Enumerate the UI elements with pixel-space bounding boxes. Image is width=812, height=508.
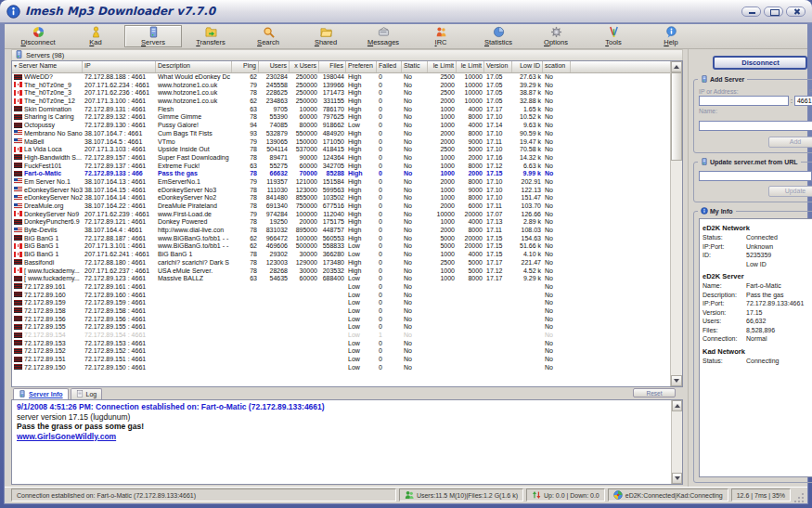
- table-row[interactable]: Bassifondi72.172.88.180 : 4661carichi? s…: [12, 259, 670, 267]
- table-row[interactable]: Em Server No.138.107.164.13 : 4661EmServ…: [12, 178, 670, 187]
- table-row[interactable]: La Vida Loca207.171.3.103 : 4661Upside I…: [12, 146, 670, 154]
- table-row[interactable]: DonkeyPuncher6.972.172.89.121 : 4661Donk…: [12, 218, 670, 227]
- table-row[interactable]: Byte-Devils38.107.164.4 : 4661http://www…: [12, 227, 670, 235]
- table-row[interactable]: The_h0Tz0ne_9207.171.62.234 : 4661www.ho…: [12, 82, 670, 90]
- table-row[interactable]: 72.172.89.15972.172.89.159 : 4661Low0NoN…: [12, 299, 670, 307]
- column-header-3[interactable]: Ping: [232, 61, 259, 72]
- scroll-down-icon[interactable]: [671, 375, 682, 386]
- toolbar-button-servers[interactable]: Servers: [124, 25, 182, 47]
- info-value: Connected: [746, 233, 812, 242]
- table-row[interactable]: FuckFest10172.172.89.137 : 4661Extreme F…: [12, 163, 670, 171]
- table-row[interactable]: Skin Domination72.172.89.131 : 4661Flesh…: [12, 106, 670, 114]
- table-row[interactable]: 72.172.89.15172.172.89.151 : 4661Low0NoN…: [12, 356, 670, 364]
- table-row[interactable]: Octopussy72.172.89.130 : 4661Pussy Galor…: [12, 122, 670, 130]
- table-row[interactable]: Membrano No Sano38.107.164.7 : 4661Cum B…: [12, 130, 670, 138]
- server-name-input[interactable]: [699, 121, 812, 131]
- table-row[interactable]: The_h0Tz0ne_12207.171.3.100 : 4661www.ho…: [12, 98, 670, 106]
- disconnect-button[interactable]: Disconnect: [713, 56, 807, 70]
- table-row[interactable]: 72.172.89.15872.172.89.158 : 4661Low0NoN…: [12, 307, 670, 316]
- log-scroll-up-icon[interactable]: [672, 400, 682, 411]
- toolbar-button-messages[interactable]: Messages: [354, 25, 412, 47]
- table-row[interactable]: MaBell38.107.164.5 : 4661VTmo79139065150…: [12, 138, 670, 147]
- table-row[interactable]: BiG BanG 1207.171.3.101 : 4661www.BiGBan…: [12, 242, 670, 251]
- log-scroll-down-icon[interactable]: [672, 473, 682, 484]
- column-header-12[interactable]: Version: [484, 61, 512, 72]
- table-row[interactable]: 72.172.89.16172.172.89.161 : 4661Low0NoN…: [12, 283, 670, 292]
- toolbar-button-transfers[interactable]: Transfers: [182, 25, 239, 47]
- column-header-0[interactable]: ▾Server Name: [12, 61, 83, 72]
- table-row[interactable]: eDonkeyServer No238.107.164.14 : 4661eDo…: [12, 194, 670, 202]
- table-row[interactable]: eDonkeyServer No338.107.164.15 : 4661eDo…: [12, 187, 670, 195]
- scroll-up-icon[interactable]: [671, 61, 682, 72]
- table-row[interactable]: 72.172.89.15572.172.89.155 : 4661Low0NoN…: [12, 323, 670, 332]
- update-button[interactable]: Update: [768, 186, 812, 197]
- column-header-2[interactable]: Description: [156, 61, 232, 72]
- table-row[interactable]: WWeDD?72.172.88.188 : 4661What Would eDo…: [12, 73, 670, 82]
- column-header-4[interactable]: Users: [259, 61, 290, 72]
- update-url-input[interactable]: [699, 171, 811, 181]
- maximize-button[interactable]: [764, 7, 783, 17]
- close-button[interactable]: [786, 7, 806, 17]
- toolbar-button-irc[interactable]: IRC: [412, 25, 470, 47]
- table-row[interactable]: [ www.fuckademy...207.171.62.237 : 4661U…: [12, 267, 670, 276]
- column-header-11[interactable]: le Limit: [457, 61, 484, 72]
- cell: 1: [377, 332, 402, 340]
- scrollbar-track[interactable]: [671, 161, 682, 375]
- cell: [428, 283, 457, 292]
- country-flag-icon: [14, 340, 22, 345]
- table-row[interactable]: DonkeyServer No9207.171.62.239 : 4661www…: [12, 211, 670, 219]
- toolbar-button-options[interactable]: Options: [527, 25, 585, 47]
- table-row[interactable]: 72.172.89.15472.172.89.154 : 4661Low1NoN…: [12, 332, 670, 340]
- scrollbar-thumb[interactable]: [671, 72, 682, 161]
- table-row[interactable]: Sharing is Caring72.172.89.132 : 4661Gim…: [12, 113, 670, 122]
- table-row[interactable]: 72.172.89.15672.172.89.156 : 4661Low0NoN…: [12, 316, 670, 324]
- cell: 123003: [259, 259, 290, 267]
- column-header-6[interactable]: Files: [319, 61, 346, 72]
- table-row[interactable]: 72.172.89.16072.172.89.160 : 4661Low0NoN…: [12, 292, 670, 300]
- table-row[interactable]: [ www.fuckademy...72.172.89.123 : 4661Ma…: [12, 275, 670, 283]
- add-button[interactable]: Add: [768, 137, 812, 148]
- table-row[interactable]: 72.172.89.15272.172.89.152 : 4661Low0NoN…: [12, 347, 670, 356]
- table-row[interactable]: The_h0Tz0ne_3207.171.62.236 : 4661www.ho…: [12, 89, 670, 98]
- table-row[interactable]: BiG BanG 172.172.88.187 : 4661www.BiGBan…: [12, 235, 670, 243]
- toolbar-button-kad[interactable]: Kad: [67, 25, 124, 47]
- cell: 151584: [319, 178, 346, 187]
- tab-server-info[interactable]: Server Info: [13, 388, 69, 399]
- table-row[interactable]: DreaMule.org38.107.164.22 : 4661DreaMule…: [12, 202, 670, 211]
- port-input[interactable]: [794, 96, 812, 106]
- column-header-8[interactable]: Failed: [377, 61, 402, 72]
- column-header-14[interactable]: scation: [543, 61, 571, 72]
- ip-address-input[interactable]: [699, 96, 789, 106]
- reset-button[interactable]: Reset: [633, 388, 676, 397]
- column-header-1[interactable]: IP: [83, 61, 156, 72]
- cell: EmServerNo.1: [156, 178, 232, 187]
- table-row[interactable]: Fart-o-Matic72.172.89.133 : 466Pass the …: [12, 170, 670, 178]
- toolbar-button-disconnect[interactable]: Disconnect: [9, 25, 67, 47]
- toolbar-button-help[interactable]: Help: [642, 25, 700, 47]
- cell: No: [402, 163, 428, 171]
- log-scrollbar[interactable]: [671, 400, 682, 484]
- column-header-7[interactable]: Preferen: [346, 61, 377, 72]
- table-row[interactable]: 72.172.89.15372.172.89.153 : 4661Low0NoN…: [12, 340, 670, 348]
- cell: High: [346, 73, 377, 82]
- column-header-5[interactable]: x Users: [290, 61, 319, 72]
- server-list-scrollbar[interactable]: [670, 61, 682, 386]
- resize-grip[interactable]: [793, 490, 805, 501]
- table-row[interactable]: High-Bandwidth S...72.172.89.157 : 4661S…: [12, 154, 670, 163]
- toolbar-button-search[interactable]: Search: [239, 25, 297, 47]
- column-header-13[interactable]: Low ID: [512, 61, 543, 72]
- minimize-button[interactable]: [741, 7, 761, 17]
- table-row[interactable]: BiG BanG 1207.171.62.241 : 4661BiG BanG …: [12, 251, 670, 259]
- table-row[interactable]: 72.172.89.15072.172.89.150 : 4661Low0NoN…: [12, 364, 670, 372]
- toolbar-button-statistics[interactable]: Statistics: [470, 25, 527, 47]
- toolbar-button-tools[interactable]: Tools: [585, 25, 642, 47]
- cell: 198044: [319, 73, 346, 82]
- info-row: Connection:Normal: [702, 334, 812, 344]
- toolbar-button-shared[interactable]: Shared: [297, 25, 354, 47]
- cell: 5000: [428, 235, 457, 243]
- column-header-9[interactable]: Static: [402, 61, 428, 72]
- log-link[interactable]: www.GirlsGoneWildly.com: [17, 432, 667, 442]
- column-header-10[interactable]: le Limit: [428, 61, 457, 72]
- my-info-group: My Info eD2K NetworkStatus:ConnectedIP:P…: [693, 211, 812, 483]
- tab-log[interactable]: Log: [71, 388, 103, 399]
